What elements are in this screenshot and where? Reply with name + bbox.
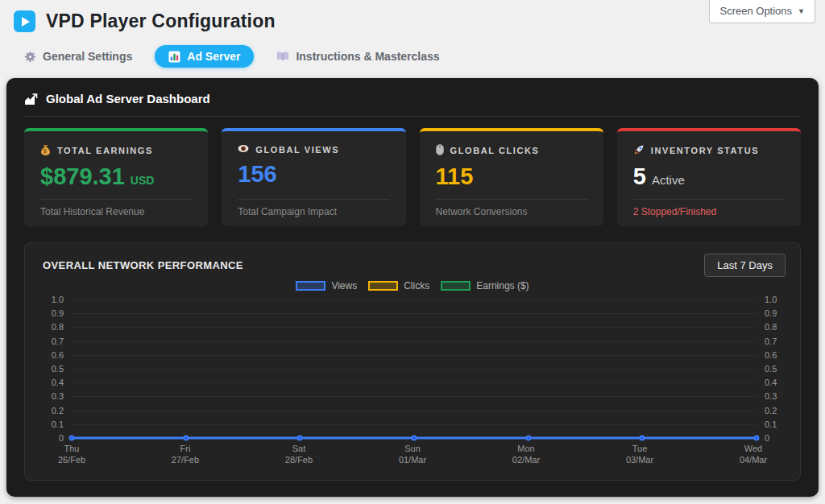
x-tick-label: Sat28/Feb <box>285 443 313 466</box>
card-label-text: GLOBAL CLICKS <box>450 146 540 155</box>
data-point[interactable] <box>183 436 189 441</box>
stat-card-global-views: GLOBAL VIEWS156Total Campaign Impact <box>222 128 405 226</box>
tab-instructions-masterclass[interactable]: Instructions & Masterclass <box>275 46 441 67</box>
dashboard-title: Global Ad Server Dashboard <box>46 92 210 105</box>
page-title: VPD Player Configuration <box>46 10 276 32</box>
gridline <box>72 341 757 342</box>
card-value: 5Active <box>633 165 785 188</box>
performance-chart-panel: OVERALL NETWORK PERFORMANCE Last 7 Days … <box>24 242 801 481</box>
card-label-text: INVENTORY STATUS <box>651 146 759 155</box>
gear-icon <box>24 51 36 63</box>
page-header: VPD Player Configuration <box>0 0 825 32</box>
gridline <box>72 382 757 383</box>
legend-item-views[interactable]: Views <box>296 280 357 291</box>
x-tick-label: Tue03/Mar <box>626 443 653 466</box>
card-subtitle: 2 Stopped/Finished <box>633 206 785 217</box>
card-value: $879.31USD <box>40 165 192 188</box>
chart-legend: ViewsClicksEarnings ($) <box>39 280 786 291</box>
data-point[interactable] <box>412 436 417 441</box>
y-tick-label: 0.3 <box>52 391 64 401</box>
card-label: $TOTAL EARNINGS <box>40 144 192 157</box>
legend-item-earnings[interactable]: Earnings ($) <box>441 280 529 291</box>
money-bag-icon: $ <box>40 144 51 157</box>
y-tick-label: 0.4 <box>765 378 777 387</box>
x-tick-label: Fri27/Feb <box>172 443 199 466</box>
y-tick-label: 1.0 <box>765 295 777 304</box>
svg-text:$: $ <box>44 148 48 155</box>
chart-area: 1.00.90.80.70.60.50.40.30.20.10 1.00.90.… <box>39 300 786 438</box>
ad-server-dashboard-panel: Global Ad Server Dashboard $TOTAL EARNIN… <box>6 78 819 497</box>
data-point[interactable] <box>640 436 645 441</box>
play-icon <box>14 10 35 32</box>
card-label: GLOBAL VIEWS <box>238 144 389 155</box>
card-value-number: 115 <box>436 163 474 189</box>
card-divider <box>633 199 785 200</box>
dashboard-header: Global Ad Server Dashboard <box>24 92 801 117</box>
y-tick-label: 0.8 <box>52 322 64 332</box>
y-tick-label: 0.1 <box>52 419 64 429</box>
y-tick-label: 0.5 <box>52 364 64 374</box>
card-value-number: $879.31 <box>40 163 125 189</box>
data-point[interactable] <box>297 436 303 441</box>
y-tick-label: 0.1 <box>765 419 777 429</box>
y-tick-label: 0.8 <box>765 322 777 332</box>
tab-label: General Settings <box>43 50 132 63</box>
gridline <box>72 300 757 300</box>
y-tick-label: 1.0 <box>52 295 64 304</box>
date-range-button[interactable]: Last 7 Days <box>704 254 786 277</box>
gridline <box>72 396 757 397</box>
rocket-icon <box>633 144 645 157</box>
bar-chart-icon <box>168 51 180 63</box>
caret-down-icon: ▼ <box>798 7 805 15</box>
chart-title: OVERALL NETWORK PERFORMANCE <box>43 259 243 271</box>
card-label: GLOBAL CLICKS <box>436 144 587 157</box>
legend-label: Earnings ($) <box>476 280 529 291</box>
x-axis: Thu26/FebFri27/FebSat28/FebSun01/MarMon0… <box>72 443 753 470</box>
gridline <box>72 424 757 425</box>
y-axis-left: 1.00.90.80.70.60.50.40.30.20.10 <box>39 300 72 438</box>
y-tick-label: 0.2 <box>765 406 777 415</box>
y-tick-label: 0 <box>59 433 64 443</box>
data-point[interactable] <box>754 436 760 441</box>
screen-options-button[interactable]: Screen Options ▼ <box>709 0 815 23</box>
gridline <box>72 355 757 356</box>
card-divider <box>40 199 192 200</box>
y-tick-label: 0.6 <box>52 350 64 360</box>
stat-card-global-clicks: GLOBAL CLICKS115Network Conversions <box>420 128 603 226</box>
y-tick-label: 0.9 <box>52 308 64 318</box>
card-value-suffix: Active <box>652 173 685 187</box>
card-label-text: GLOBAL VIEWS <box>255 145 339 155</box>
y-axis-right: 1.00.90.80.70.60.50.40.30.20.10 <box>757 300 786 438</box>
card-subtitle: Total Campaign Impact <box>238 206 389 217</box>
mouse-icon <box>436 144 444 157</box>
legend-label: Clicks <box>404 280 429 291</box>
x-tick-label: Sun01/Mar <box>399 443 426 466</box>
eye-icon <box>238 144 249 155</box>
gridline <box>72 369 757 370</box>
card-subtitle: Total Historical Revenue <box>40 206 192 217</box>
tab-ad-server[interactable]: Ad Server <box>155 45 254 68</box>
legend-item-clicks[interactable]: Clicks <box>368 280 429 291</box>
gridline <box>72 313 757 314</box>
card-subtitle: Network Conversions <box>436 206 587 217</box>
stat-card-total-earnings: $TOTAL EARNINGS$879.31USDTotal Historica… <box>24 128 208 226</box>
legend-swatch <box>296 281 325 291</box>
data-point[interactable] <box>525 436 531 441</box>
card-value: 156 <box>238 163 389 186</box>
y-tick-label: 0.7 <box>52 337 64 346</box>
tab-general-settings[interactable]: General Settings <box>23 46 134 67</box>
trending-chart-icon <box>24 93 39 105</box>
y-tick-label: 0.3 <box>765 391 777 401</box>
y-tick-label: 0.2 <box>52 406 64 415</box>
data-point[interactable] <box>69 436 75 441</box>
y-tick-label: 0 <box>765 433 769 443</box>
card-value-number: 5 <box>633 163 646 189</box>
tab-bar: General Settings Ad Server Instructions … <box>23 44 825 68</box>
card-divider <box>238 199 389 200</box>
plot-area <box>72 300 757 438</box>
card-label: INVENTORY STATUS <box>633 144 785 157</box>
card-value-suffix: USD <box>131 174 155 187</box>
card-label-text: TOTAL EARNINGS <box>57 146 153 155</box>
gridline <box>72 327 757 328</box>
y-tick-label: 0.9 <box>765 308 777 318</box>
